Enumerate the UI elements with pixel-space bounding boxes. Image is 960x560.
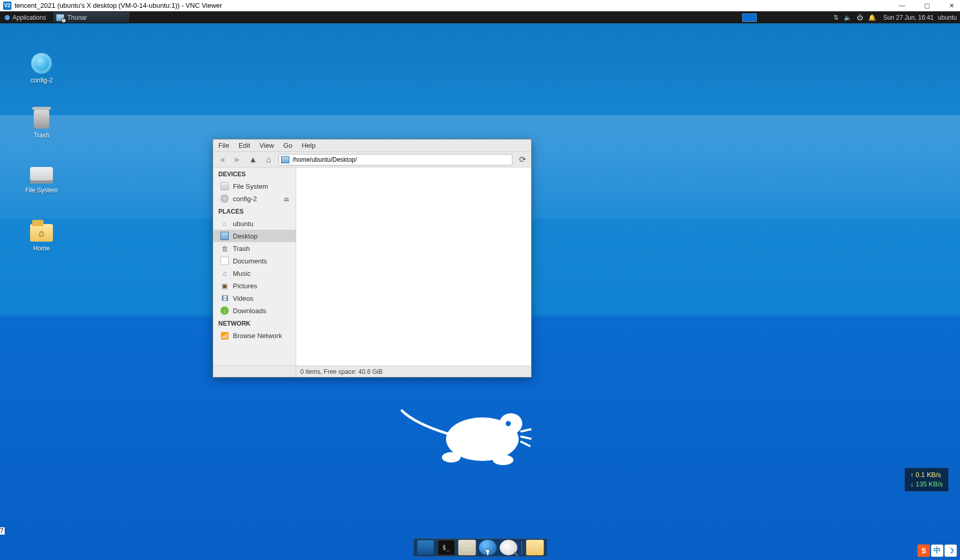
sidebar-item-home[interactable]: ⌂ ubuntu [213, 217, 296, 230]
dock-terminal[interactable]: $_ [437, 540, 455, 555]
nav-back-button[interactable]: ◄ [216, 154, 228, 165]
reload-button[interactable]: ⟳ [517, 154, 528, 165]
sidebar-item-documents[interactable]: Documents [213, 255, 296, 267]
drive-icon [30, 167, 53, 184]
nav-forward-button[interactable]: ► [232, 154, 243, 165]
statusbar-text: 0 items, Free space: 40.6 GiB [296, 368, 387, 375]
panel-hostname[interactable]: ubuntu [937, 14, 960, 21]
ime-language-button[interactable]: 中 [931, 544, 943, 557]
sidebar-item-label: Browse Network [233, 332, 282, 340]
panel-clock[interactable]: Sun 27 Jun, 16:41 [880, 14, 937, 21]
sidebar-item-label: Videos [233, 295, 254, 302]
desktop-icon-trash[interactable]: Trash [17, 110, 66, 139]
thunar-task-icon [56, 14, 64, 21]
ime-sogou-button[interactable]: S [917, 544, 930, 557]
desktop-icon-config2[interactable]: config-2 [17, 53, 66, 84]
thunar-statusbar: 0 items, Free space: 40.6 GiB [213, 366, 531, 377]
thunar-file-view[interactable] [296, 167, 531, 366]
svg-point-4 [493, 455, 513, 465]
menu-file[interactable]: File [218, 142, 229, 149]
workspace-switcher[interactable] [742, 13, 757, 22]
desktop-icon-label: Home [17, 245, 66, 252]
dock-separator [521, 541, 522, 554]
page-number-artifact: 7 [0, 527, 5, 535]
svg-point-2 [499, 413, 522, 434]
sidebar-item-label: Downloads [233, 307, 266, 315]
vnc-titlebar[interactable]: V2 tencent_2021 (ubuntu's X desktop (VM-… [0, 0, 960, 11]
sidebar-item-videos[interactable]: 🎞 Videos [213, 292, 296, 304]
sidebar-item-trash[interactable]: 🗑 Trash [213, 242, 296, 255]
menu-help[interactable]: Help [302, 142, 316, 149]
xfce-logo-icon [4, 15, 10, 21]
thunar-window[interactable]: File Edit View Go Help ◄ ► ▲ ⌂ ⟳ DEVICES… [213, 139, 532, 377]
location-bar[interactable] [279, 154, 512, 165]
svg-point-0 [5, 15, 10, 20]
ime-mode-button[interactable]: ☽ [944, 544, 957, 557]
desktop-icon-label: config-2 [17, 77, 66, 84]
xfce-mouse-wallpaper-icon [399, 395, 545, 468]
desktop-icon-label: File System [17, 187, 66, 194]
taskbar-button-label: Thunar [67, 14, 87, 21]
desktop-icon-home[interactable]: Home [17, 224, 66, 252]
sidebar-item-label: ubuntu [233, 220, 254, 228]
sidebar-item-label: config-2 [233, 195, 257, 203]
trash-icon: 🗑 [220, 244, 229, 253]
power-tray-icon[interactable]: ⏻ [857, 14, 863, 21]
notifications-tray-icon[interactable]: 🔔 [868, 14, 876, 21]
dock-web-browser[interactable] [479, 540, 496, 555]
sidebar-section-devices: DEVICES [213, 167, 296, 180]
sidebar-item-filesystem[interactable]: File System [213, 180, 296, 192]
sidebar-item-downloads[interactable]: Downloads [213, 304, 296, 317]
volume-tray-icon[interactable]: 🔈 [844, 14, 852, 21]
xfce-dock: $_ 🗀 🗀 [413, 538, 547, 557]
sidebar-section-network: NETWORK [213, 317, 296, 329]
downloads-icon [220, 306, 229, 315]
pictures-icon: ▣ [220, 282, 229, 290]
sidebar-item-label: Pictures [233, 282, 257, 290]
desktop-icon-label: Trash [17, 132, 66, 139]
netspeed-down: ↓ 135 KB/s [910, 480, 943, 489]
sidebar-item-label: Trash [233, 245, 250, 253]
netspeed-overlay: ↑ 0.1 KB/s ↓ 135 KB/s [905, 468, 949, 492]
applications-menu-button[interactable]: Applications [0, 11, 50, 23]
window-maximize-button[interactable]: ▢ [922, 2, 932, 9]
taskbar-button-thunar[interactable]: Thunar [52, 11, 130, 23]
location-folder-icon [281, 156, 289, 163]
network-tray-icon[interactable]: ⇅ [833, 14, 839, 21]
location-input[interactable] [293, 156, 510, 163]
applications-menu-label: Applications [12, 14, 46, 21]
window-close-button[interactable]: ✕ [947, 2, 957, 9]
remote-desktop-viewport: 7 Applications Thunar ⇅ 🔈 ⏻ 🔔 Sun 27 Jun… [0, 11, 960, 560]
nav-home-button[interactable]: ⌂ [263, 154, 274, 165]
xfce-top-panel: Applications Thunar ⇅ 🔈 ⏻ 🔔 Sun 27 Jun, … [0, 11, 960, 23]
sidebar-item-browse-network[interactable]: 📶 Browse Network [213, 329, 296, 342]
sidebar-item-desktop[interactable]: Desktop [213, 230, 296, 242]
sidebar-item-config2[interactable]: config-2 ⏏ [213, 192, 296, 205]
menu-view[interactable]: View [259, 142, 274, 149]
disc-icon [220, 194, 229, 203]
dock-app-finder[interactable] [499, 540, 517, 555]
dock-file-manager[interactable]: 🗀 [458, 540, 476, 555]
dock-show-desktop[interactable] [416, 540, 434, 555]
thunar-toolbar: ◄ ► ▲ ⌂ ⟳ [213, 152, 531, 167]
sidebar-item-label: Desktop [233, 232, 258, 240]
dock-home-folder[interactable]: 🗀 [526, 540, 544, 555]
thunar-sidebar: DEVICES File System config-2 ⏏ PLACES ⌂ … [213, 167, 296, 366]
desktop-icon-filesystem[interactable]: File System [17, 167, 66, 194]
menu-go[interactable]: Go [283, 142, 292, 149]
sidebar-item-pictures[interactable]: ▣ Pictures [213, 279, 296, 292]
nav-up-button[interactable]: ▲ [247, 154, 259, 165]
sidebar-item-music[interactable]: ♫ Music [213, 267, 296, 279]
vnc-window-title: tencent_2021 (ubuntu's X desktop (VM-0-1… [15, 2, 222, 9]
window-minimize-button[interactable]: — [897, 2, 907, 9]
svg-point-1 [446, 417, 519, 461]
desktop-icon [220, 232, 229, 240]
netspeed-up: ↑ 0.1 KB/s [910, 470, 943, 480]
home-icon: ⌂ [220, 219, 229, 228]
disc-icon [31, 53, 52, 74]
svg-point-5 [506, 421, 511, 426]
drive-icon [220, 182, 229, 190]
menu-edit[interactable]: Edit [239, 142, 250, 149]
eject-icon[interactable]: ⏏ [282, 194, 290, 203]
sidebar-item-label: Documents [233, 257, 267, 265]
